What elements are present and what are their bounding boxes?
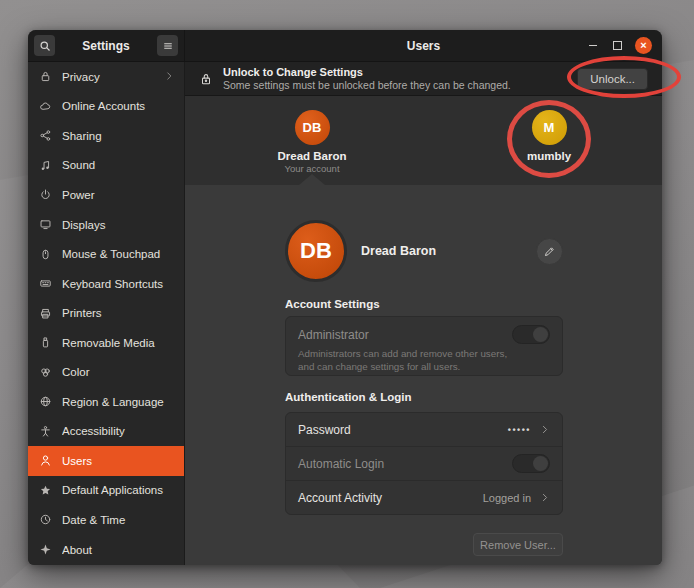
toggle-knob	[533, 456, 548, 471]
automatic-login-row: Automatic Login	[286, 446, 562, 480]
unlock-banner-text: Unlock to Change Settings Some settings …	[223, 65, 577, 93]
chevron-right-icon	[539, 489, 550, 507]
sidebar-item-label: Power	[62, 189, 174, 201]
close-button[interactable]: ×	[635, 37, 652, 54]
password-row[interactable]: Password •••••	[286, 413, 562, 446]
hamburger-icon	[162, 40, 174, 52]
settings-title: Settings	[55, 39, 157, 53]
sidebar-item-label: Displays	[62, 219, 174, 231]
unlock-banner: Unlock to Change Settings Some settings …	[185, 62, 662, 96]
sidebar-item-privacy[interactable]: Privacy	[28, 62, 184, 92]
minimize-button[interactable]	[587, 40, 599, 52]
sidebar-item-sound[interactable]: Sound	[28, 151, 184, 181]
sidebar-item-label: Keyboard Shortcuts	[62, 278, 174, 290]
selected-user-caret	[299, 174, 325, 185]
sidebar-item-date-time[interactable]: Date & Time	[28, 505, 184, 535]
user-detail-name: Dread Baron	[361, 244, 536, 258]
sidebar-item-displays[interactable]: Displays	[28, 210, 184, 240]
monitor-icon	[38, 218, 52, 232]
sidebar-item-label: Region & Language	[62, 396, 174, 408]
sidebar-item-printers[interactable]: Printers	[28, 298, 184, 328]
cloud-icon	[38, 99, 52, 113]
search-button[interactable]	[34, 35, 55, 56]
color-icon	[38, 365, 52, 379]
sidebar-item-default-applications[interactable]: Default Applications	[28, 476, 184, 506]
printer-icon	[38, 306, 52, 320]
sidebar-item-removable-media[interactable]: Removable Media	[28, 328, 184, 358]
sidebar-item-label: Color	[62, 366, 174, 378]
auth-login-heading: Authentication & Login	[285, 391, 411, 403]
administrator-label: Administrator	[298, 328, 369, 342]
user-panel: DB Dread Baron Account Settings Administ…	[185, 185, 662, 565]
automatic-login-toggle[interactable]	[512, 454, 550, 473]
sidebar-item-label: Date & Time	[62, 514, 174, 526]
person-icon	[38, 454, 52, 468]
user-name: mumbly	[527, 150, 571, 162]
sidebar-item-label: Privacy	[62, 71, 164, 83]
unlock-button[interactable]: Unlock...	[577, 68, 648, 90]
sidebar-item-label: About	[62, 544, 174, 556]
sidebar-item-power[interactable]: Power	[28, 180, 184, 210]
user-chip-mumbly[interactable]: M mumbly	[489, 110, 609, 162]
maximize-button[interactable]	[611, 40, 623, 52]
sidebar-item-online-accounts[interactable]: Online Accounts	[28, 92, 184, 122]
sidebar-item-region-language[interactable]: Region & Language	[28, 387, 184, 417]
account-settings-card: Administrator Administrators can add and…	[285, 316, 563, 376]
sidebar-item-label: Sharing	[62, 130, 174, 142]
account-activity-label: Account Activity	[298, 491, 483, 505]
sidebar-item-label: Online Accounts	[62, 100, 174, 112]
sidebar-item-keyboard-shortcuts[interactable]: Keyboard Shortcuts	[28, 269, 184, 299]
toggle-knob	[533, 327, 548, 342]
keyboard-icon	[38, 277, 52, 291]
sidebar-item-label: Users	[62, 455, 174, 467]
account-settings-heading: Account Settings	[285, 298, 380, 310]
search-icon	[39, 40, 51, 52]
globe-icon	[38, 395, 52, 409]
settings-window: Settings Users × Privacy	[28, 30, 662, 565]
content-header: Users ×	[185, 30, 662, 61]
user-subtitle: Your account	[284, 163, 339, 174]
menu-button[interactable]	[157, 35, 178, 56]
pencil-icon	[543, 245, 556, 258]
password-label: Password	[298, 423, 508, 437]
auth-login-card: Password ••••• Automatic Login Account A…	[285, 412, 563, 515]
window-controls: ×	[587, 37, 652, 54]
password-value: •••••	[508, 425, 531, 435]
sidebar-item-color[interactable]: Color	[28, 357, 184, 387]
sidebar: Privacy Online Accounts Sharing Sound Po…	[28, 62, 185, 565]
administrator-description: Administrators can add and remove other …	[298, 348, 508, 373]
automatic-login-label: Automatic Login	[298, 457, 512, 471]
sidebar-item-label: Removable Media	[62, 337, 174, 349]
desktop-background: Settings Users × Privacy	[0, 0, 694, 588]
sidebar-item-mouse-touchpad[interactable]: Mouse & Touchpad	[28, 239, 184, 269]
chevron-right-icon	[539, 421, 550, 439]
avatar: DB	[295, 110, 330, 145]
sidebar-header: Settings	[28, 30, 185, 61]
sidebar-item-label: Printers	[62, 307, 174, 319]
music-note-icon	[38, 158, 52, 172]
user-detail-header: DB Dread Baron	[285, 218, 563, 284]
header-bar: Settings Users ×	[28, 30, 662, 62]
sidebar-item-accessibility[interactable]: Accessibility	[28, 417, 184, 447]
accessibility-icon	[38, 424, 52, 438]
sidebar-item-sharing[interactable]: Sharing	[28, 121, 184, 151]
user-chip-dread-baron[interactable]: DB Dread Baron Your account	[252, 110, 372, 174]
sidebar-item-about[interactable]: About	[28, 535, 184, 565]
unlock-banner-title: Unlock to Change Settings	[223, 65, 577, 80]
sparkle-icon	[38, 543, 52, 557]
star-icon	[38, 483, 52, 497]
sidebar-item-label: Accessibility	[62, 425, 174, 437]
mouse-icon	[38, 247, 52, 261]
user-carousel: DB Dread Baron Your account M mumbly	[185, 96, 662, 185]
account-activity-value: Logged in	[483, 492, 531, 504]
sidebar-item-label: Default Applications	[62, 484, 174, 496]
edit-name-button[interactable]	[536, 238, 563, 265]
sidebar-item-users[interactable]: Users	[28, 446, 184, 476]
lock-icon	[38, 70, 52, 84]
account-activity-row[interactable]: Account Activity Logged in	[286, 480, 562, 514]
administrator-toggle[interactable]	[512, 325, 550, 344]
remove-user-button[interactable]: Remove User...	[473, 533, 563, 556]
sidebar-item-label: Mouse & Touchpad	[62, 248, 174, 260]
avatar: M	[532, 110, 567, 145]
sidebar-item-label: Sound	[62, 159, 174, 171]
